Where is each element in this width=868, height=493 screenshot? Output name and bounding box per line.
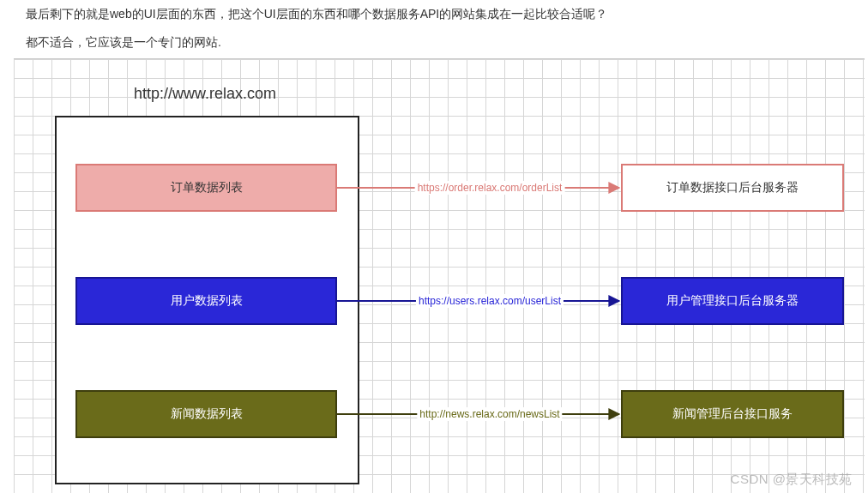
diagram-container: http://www.relax.com 订单数据列表 订单数据接口后台服务器 … [14, 58, 865, 493]
user-api-url: https://users.relax.com/userList [416, 294, 564, 308]
connector-layer [14, 59, 865, 493]
question-text: 最后剩下的就是web的UI层面的东西，把这个UI层面的东西和哪个数据服务API的… [26, 3, 842, 25]
news-api-url: http://news.relax.com/newsList [417, 407, 562, 421]
answer-text: 都不适合，它应该是一个专门的网站. [26, 32, 842, 53]
order-api-url: https://order.relax.com/orderList [415, 181, 565, 195]
